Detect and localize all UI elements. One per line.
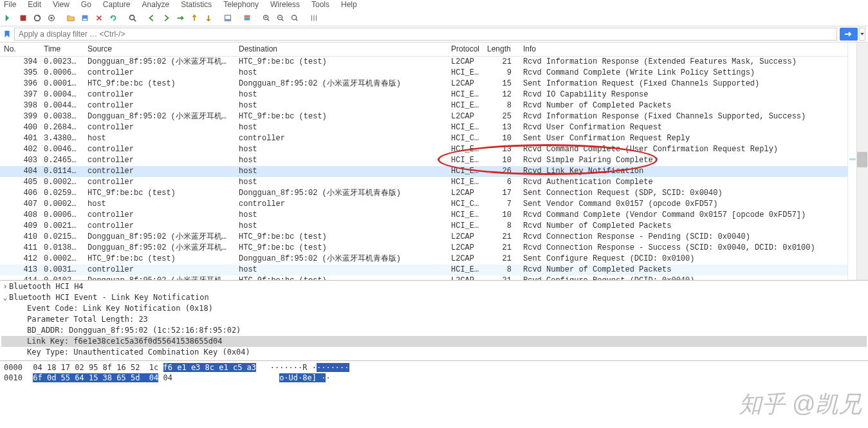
zoom-in-icon[interactable]: [260, 12, 273, 24]
go-first-icon[interactable]: [188, 12, 201, 24]
bookmark-filter-icon[interactable]: [3, 30, 12, 39]
stop-capture-icon[interactable]: [17, 12, 30, 24]
cell-source: host: [84, 199, 235, 210]
detail-row[interactable]: Parameter Total Length: 23: [1, 314, 867, 325]
packet-row[interactable]: 4140.010287Dongguan_8f:95:02 (小米蓝牙耳机…HTC…: [0, 275, 868, 281]
restart-capture-icon[interactable]: [31, 12, 44, 24]
menu-capture[interactable]: Capture: [103, 0, 131, 9]
col-header-length[interactable]: Length: [483, 42, 519, 57]
go-back-icon[interactable]: [145, 12, 158, 24]
menu-tools[interactable]: Tools: [311, 0, 329, 9]
col-header-source[interactable]: Source: [84, 42, 235, 57]
cell-destination: host: [235, 100, 447, 111]
colorize-icon[interactable]: [241, 12, 254, 24]
cell-protocol: HCI_CMD: [447, 199, 483, 210]
menu-edit[interactable]: Edit: [28, 0, 41, 9]
zoom-out-icon[interactable]: [274, 12, 287, 24]
cell-time: 0.000195: [40, 79, 84, 89]
cell-protocol: L2CAP: [447, 254, 483, 265]
display-filter-input[interactable]: [14, 28, 837, 41]
close-file-icon[interactable]: [93, 12, 106, 24]
cell-info: Sent Connection Request (SDP, SCID: 0x00…: [519, 188, 868, 199]
go-last-icon[interactable]: [202, 12, 215, 24]
go-forward-icon[interactable]: [160, 12, 172, 24]
capture-options-icon[interactable]: [45, 12, 58, 24]
cell-protocol: L2CAP: [447, 275, 483, 281]
packet-row[interactable]: 3980.004496controllerhostHCI_EVT8Rcvd Nu…: [0, 100, 868, 111]
packet-row[interactable]: 3960.000195HTC_9f:be:bc (test)Dongguan_8…: [0, 79, 868, 89]
detail-row[interactable]: Key Type: Unauthenticated Combination Ke…: [1, 347, 867, 358]
packet-row[interactable]: 4080.000663controllerhostHCI_EVT10Rcvd C…: [0, 210, 868, 221]
cell-destination: HTC_9f:be:bc (test): [235, 111, 447, 122]
svg-point-20: [292, 15, 297, 20]
cell-info: Rcvd Link Key Notification: [519, 166, 868, 177]
detail-row[interactable]: BD_ADDR: Dongguan_8f:95:02 (1c:52:16:8f:…: [1, 325, 867, 336]
packet-row[interactable]: 4030.246524controllerhostHCI_EVT10Rcvd S…: [0, 155, 868, 166]
detail-row[interactable]: ›Bluetooth HCI H4: [1, 281, 867, 292]
col-header-no[interactable]: No.: [0, 42, 40, 57]
detail-row[interactable]: ⌄Bluetooth HCI Event - Link Key Notifica…: [1, 292, 867, 303]
packet-row[interactable]: 4110.013801Dongguan_8f:95:02 (小米蓝牙耳机…HTC…: [0, 243, 868, 254]
packet-row[interactable]: 3940.002394Dongguan_8f:95:02 (小米蓝牙耳机…HTC…: [0, 57, 868, 68]
packet-row[interactable]: 4070.000257hostcontrollerHCI_CMD7Sent Ve…: [0, 199, 868, 210]
packet-list-pane[interactable]: No. Time Source Destination Protocol Len…: [0, 42, 868, 281]
packet-minimap[interactable]: [847, 42, 856, 280]
go-to-packet-icon[interactable]: [174, 12, 187, 24]
packet-row[interactable]: 4013.438022hostcontrollerHCI_CMD10Sent U…: [0, 133, 868, 144]
packet-row[interactable]: 4130.003185controllerhostHCI_EVT8Rcvd Nu…: [0, 265, 868, 275]
collapse-icon[interactable]: ⌄: [1, 292, 9, 303]
col-header-protocol[interactable]: Protocol: [447, 42, 483, 57]
packet-row[interactable]: 3950.000668controllerhostHCI_EVT9Rcvd Co…: [0, 68, 868, 79]
menu-view[interactable]: View: [53, 0, 69, 9]
hex-row[interactable]: 0010 6f 0d 55 64 15 38 65 5d 04 04 o·Ud·…: [4, 373, 864, 383]
svg-rect-5: [83, 19, 86, 21]
packet-details-pane[interactable]: ›Bluetooth HCI H4 ⌄Bluetooth HCI Event -…: [0, 281, 868, 361]
menu-telephony[interactable]: Telephony: [223, 0, 259, 9]
packet-scrollbar[interactable]: [856, 42, 868, 280]
cell-source: controller: [84, 166, 235, 177]
packet-row[interactable]: 4090.002104controllerhostHCI_EVT8Rcvd Nu…: [0, 221, 868, 232]
save-file-icon[interactable]: [78, 12, 91, 24]
resize-columns-icon[interactable]: [308, 12, 320, 24]
auto-scroll-icon[interactable]: [221, 12, 234, 24]
cell-no: 396: [0, 79, 40, 89]
start-capture-icon[interactable]: [3, 12, 15, 24]
packet-row[interactable]: 4100.021580Dongguan_8f:95:02 (小米蓝牙耳机…HTC…: [0, 232, 868, 243]
packet-row[interactable]: 4040.011486controllerhostHCI_EVT26Rcvd L…: [0, 166, 868, 177]
cell-protocol: L2CAP: [447, 243, 483, 254]
detail-row-selected[interactable]: Link Key: f6e1e38ce1c5a36f0d55641538655d…: [1, 336, 867, 347]
packet-list-header[interactable]: No. Time Source Destination Protocol Len…: [0, 42, 868, 57]
hex-row[interactable]: 0000 04 18 17 02 95 8f 16 52 1c f6 e1 e3…: [4, 362, 864, 373]
packet-row[interactable]: 4120.000245HTC_9f:be:bc (test)Dongguan_8…: [0, 254, 868, 265]
menu-statistics[interactable]: Statistics: [181, 0, 212, 9]
reload-file-icon[interactable]: [107, 12, 120, 24]
find-packet-icon[interactable]: [126, 12, 139, 24]
packet-row[interactable]: 4020.004638controllerhostHCI_EVT13Rcvd C…: [0, 144, 868, 155]
packet-bytes-pane[interactable]: 0000 04 18 17 02 95 8f 16 52 1c f6 e1 e3…: [0, 361, 868, 384]
zoom-reset-icon[interactable]: [288, 12, 301, 24]
packet-row[interactable]: 4050.000218controllerhostHCI_EVT6Rcvd Au…: [0, 177, 868, 188]
expand-icon[interactable]: ›: [1, 281, 9, 292]
detail-row[interactable]: Event Code: Link Key Notification (0x18): [1, 303, 867, 314]
filter-dropdown-icon[interactable]: [859, 28, 865, 41]
packet-row[interactable]: 4000.268413controllerhostHCI_EVT13Rcvd U…: [0, 122, 868, 133]
packet-row[interactable]: 3990.003827Dongguan_8f:95:02 (小米蓝牙耳机…HTC…: [0, 111, 868, 122]
cell-protocol: HCI_EVT: [447, 177, 483, 188]
col-header-info[interactable]: Info: [519, 42, 868, 57]
cell-length: 8: [483, 221, 519, 232]
col-header-destination[interactable]: Destination: [235, 42, 447, 57]
open-file-icon[interactable]: [64, 12, 77, 24]
cell-length: 10: [483, 210, 519, 221]
packet-row[interactable]: 4060.025922HTC_9f:be:bc (test)Dongguan_8…: [0, 188, 868, 199]
col-header-time[interactable]: Time: [40, 42, 84, 57]
detail-key-type: Key Type: Unauthenticated Combination Ke…: [27, 347, 250, 358]
menu-go[interactable]: Go: [81, 0, 91, 9]
menu-help[interactable]: Help: [341, 0, 357, 9]
cell-destination: host: [235, 122, 447, 133]
menu-wireless[interactable]: Wireless: [270, 0, 300, 9]
packet-row[interactable]: 3970.000474controllerhostHCI_EVT12Rcvd I…: [0, 89, 868, 100]
cell-time: 0.002394: [40, 57, 84, 68]
apply-filter-button[interactable]: [840, 28, 858, 41]
menu-file[interactable]: File: [4, 0, 16, 9]
menu-analyze[interactable]: Analyze: [142, 0, 170, 9]
